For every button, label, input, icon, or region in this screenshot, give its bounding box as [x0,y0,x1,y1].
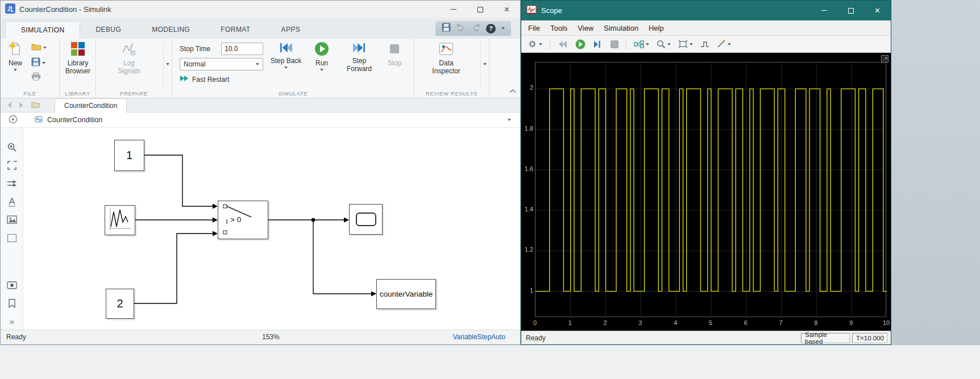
waveform-icon [106,205,134,235]
prepare-section-label: PREPARE [96,90,172,97]
separator [626,39,626,50]
image-icon[interactable] [6,214,18,226]
qat-undo-icon[interactable] [456,23,466,34]
breadcrumb[interactable]: CounterCondition [47,116,102,124]
simulink-status-ready: Ready [6,333,26,341]
menu-help[interactable]: Help [643,20,669,35]
stop-button[interactable]: Stop [381,41,408,68]
simulink-close-button[interactable]: × [493,1,520,18]
print-button[interactable] [31,72,41,83]
ribbon-section-library: Library Browser LIBRARY [60,39,96,98]
simulink-minimize-button[interactable] [440,1,467,18]
constant-block-2[interactable]: 2 [106,289,134,319]
simulink-window-title: CounterCondition - Simulink [19,5,111,14]
print-icon [31,72,41,83]
x-tick-label: 10 [878,319,894,326]
open-button[interactable] [31,43,47,53]
step-forward-button[interactable]: Step Forward [342,41,377,73]
tab-simulation[interactable]: SIMULATION [5,21,80,39]
stop-time-input[interactable] [221,43,263,55]
stop-icon [387,41,402,59]
scope-highlight-caret-icon [646,43,649,45]
zoom-in-icon[interactable] [6,141,18,153]
maximize-axes-icon[interactable] [881,55,888,63]
run-button[interactable]: Run [308,41,336,71]
scope-step-forward-button[interactable] [591,39,605,49]
scope-maximize-button[interactable] [837,1,864,20]
annotation-icon[interactable] [6,196,18,207]
area-box-icon[interactable] [6,232,18,244]
switch-block[interactable]: > 0 [218,201,268,239]
scope-scale-caret-icon [690,43,693,45]
scope-plot-area[interactable]: 11.21.41.61.82 012345678910 [521,53,891,332]
library-browser-button[interactable]: Library Browser [61,41,94,75]
scope-minimize-button[interactable] [811,1,837,20]
sim-mode-select[interactable]: Normal [180,58,263,70]
menu-view[interactable]: View [572,20,599,35]
nav-forward-icon[interactable] [19,102,23,108]
qat-dropdown-caret-icon[interactable] [501,27,505,30]
file-section-label: FILE [1,90,59,97]
constant-1-value: 1 [126,149,132,162]
qat-save-icon[interactable] [442,23,451,34]
tab-apps[interactable]: APPS [266,21,316,39]
scope-step-back-button[interactable] [556,39,570,49]
scope-measurements-button[interactable] [715,39,733,49]
record-icon[interactable] [6,280,18,291]
nav-back-icon[interactable] [7,102,11,108]
scope-axes[interactable] [535,62,886,317]
scope-block[interactable] [349,204,383,235]
canvas-view-icon[interactable] [9,115,18,126]
new-button[interactable]: New [3,41,28,71]
x-tick-label: 7 [773,319,789,326]
viewmark-icon[interactable] [6,298,18,309]
qat-redo-icon[interactable] [471,23,480,34]
data-inspector-button[interactable]: Data Inspector [428,41,464,75]
constant-block-1[interactable]: 1 [114,140,144,171]
menu-tools[interactable]: Tools [545,20,572,35]
scope-run-button[interactable] [574,38,587,51]
step-back-label: Step Back [271,57,302,65]
fit-view-icon[interactable] [6,160,18,171]
breadcrumb-caret-icon[interactable] [508,119,511,121]
scope-zoom-button[interactable] [655,39,672,50]
model-canvas[interactable]: 1 > 0 counterVariable [23,128,520,330]
prepare-expander-button[interactable] [163,41,172,88]
scope-trigger-button[interactable] [699,39,711,49]
tab-debug[interactable]: DEBUG [80,21,136,39]
step-back-button[interactable]: Step Back [270,41,302,69]
fast-restart-toggle[interactable]: Fast Restart [180,75,229,84]
more-tools-icon[interactable]: » [6,316,18,327]
signal-routing-icon[interactable] [6,178,18,189]
signal-source-block[interactable] [105,205,135,235]
data-inspector-icon [439,41,454,59]
tab-format[interactable]: FORMAT [205,21,265,39]
ribbon-section-simulate: Stop Time Normal Fast Restart Step [172,39,414,98]
menu-simulation[interactable]: Simulation [599,20,643,35]
nav-up-to-parent-icon[interactable] [31,100,40,110]
scope-toolbar [521,36,891,53]
scope-stop-button[interactable] [609,39,620,49]
log-signals-button[interactable]: Log Signals [113,41,145,75]
scope-titlebar: Scope × [521,1,891,20]
review-expander-button[interactable] [480,41,489,88]
zoom-level[interactable]: 153% [262,333,280,341]
scope-highlight-block-button[interactable] [632,39,651,49]
simulate-section-label: SIMULATE [172,90,414,97]
model-tab-label: CounterCondition [64,102,117,110]
scope-close-button[interactable]: × [864,1,891,20]
tab-modeling[interactable]: MODELING [136,21,205,39]
counter-variable-block[interactable]: counterVariable [376,279,436,309]
model-tab[interactable]: CounterCondition [55,98,127,113]
scope-scale-axes-button[interactable] [676,39,695,49]
solver-indicator[interactable]: VariableStepAuto [452,333,505,341]
menu-file[interactable]: File [523,20,545,35]
breadcrumb-bar: CounterCondition [1,113,520,128]
signal-wires[interactable] [23,128,520,330]
save-button[interactable] [31,57,45,69]
qat-help-icon[interactable]: ? [486,24,496,34]
scope-settings-button[interactable] [526,38,544,50]
collapse-ribbon-button[interactable] [509,85,517,95]
switch-graphic [218,201,267,238]
simulink-maximize-button[interactable] [467,1,493,18]
